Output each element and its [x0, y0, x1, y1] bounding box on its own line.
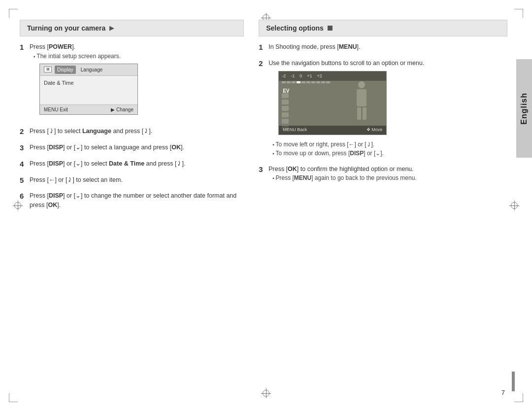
- ev-icon-4: [282, 112, 289, 117]
- ev-scale-label: -2 -1 0 +1 +2: [282, 73, 322, 80]
- step-content-3: Press [DISP] or [⌄] to select a language…: [30, 143, 244, 152]
- right-section-header: Selecting options: [259, 20, 507, 36]
- left-column: Turning on your camera ▶ 1 Press [POWER]…: [20, 20, 254, 217]
- cam-menu-items: Date & Time: [40, 76, 137, 105]
- right-step-3-text: Press [OK] to confirm the highlighted op…: [268, 165, 507, 174]
- right-step-num-2: 2: [259, 59, 268, 68]
- ev-icon-1: [282, 93, 289, 98]
- cam-language-label: Language: [81, 66, 103, 73]
- ev-bar-2: [287, 81, 291, 83]
- right-step-2: 2 Use the navigation buttons to scroll t…: [259, 59, 507, 158]
- left-section-body: 1 Press [POWER]. The intial setup screen…: [20, 36, 244, 210]
- right-step-2-sub2: To move up or down, press [DISP] or [⌄].: [272, 149, 507, 158]
- right-section-title: Selecting options: [266, 24, 324, 32]
- ev-bottom-bar: MENU Back ❖ Move: [279, 126, 386, 135]
- right-step-2-text: Use the navigation buttons to scroll to …: [268, 59, 507, 68]
- step-content-4: Press [DISP] or [⌄] to select Date & Tim…: [30, 159, 244, 169]
- step-5-text: Press [←] or [⤸] to select an item.: [30, 175, 244, 185]
- person-head: [358, 81, 365, 88]
- step-content-2: Press [⤸] to select Language and press […: [30, 127, 244, 136]
- cam-display-button: Display: [55, 66, 76, 74]
- right-column: Selecting options 1 In Shooting mode, pr…: [254, 20, 507, 217]
- ev-icon-2: [282, 100, 289, 104]
- left-section: Turning on your camera ▶ 1 Press [POWER]…: [20, 20, 244, 210]
- cam-grid-icon: ⊞: [44, 67, 52, 72]
- corner-mark-br: [514, 393, 523, 402]
- right-step-1-text: In Shooting mode, press [MENU].: [268, 42, 507, 52]
- cam-menu-exit: MENU Exit: [44, 106, 68, 113]
- right-step-num-1: 1: [259, 43, 268, 51]
- ev-bar-3: [292, 81, 296, 83]
- ev-icons: [282, 93, 289, 130]
- step-content-5: Press [←] or [⤸] to select an item.: [30, 175, 244, 185]
- right-step-content-2: Use the navigation buttons to scroll to …: [268, 59, 507, 158]
- right-step-1: 1 In Shooting mode, press [MENU].: [259, 42, 507, 52]
- page-line: [512, 372, 515, 391]
- person-silhouette: [352, 81, 371, 126]
- step-3-text: Press [DISP] or [⌄] to select a language…: [30, 143, 244, 152]
- ev-bar-8: [316, 81, 320, 83]
- step-2-text: Press [⤸] to select Language and press […: [30, 127, 244, 136]
- two-column-layout: Turning on your camera ▶ 1 Press [POWER]…: [20, 20, 507, 217]
- ev-top-bar: -2 -1 0 +1 +2: [279, 71, 386, 81]
- step-1-text: Press [POWER].: [30, 42, 244, 52]
- step-1: 1 Press [POWER]. The intial setup screen…: [20, 42, 244, 120]
- ev-bar-7: [311, 81, 315, 83]
- right-section: Selecting options 1 In Shooting mode, pr…: [259, 20, 507, 182]
- ev-bar-9: [321, 81, 325, 83]
- header-square-icon: [328, 26, 332, 31]
- right-step-content-3: Press [OK] to confirm the highlighted op…: [268, 165, 507, 183]
- ev-screen-mockup: -2 -1 0 +1 +2: [278, 71, 387, 135]
- ev-bar-5: [301, 81, 305, 83]
- person-body: [357, 89, 366, 106]
- header-arrow-icon: ▶: [109, 25, 114, 32]
- step-6-text: Press [DISP] or [⌄] to change the number…: [30, 191, 244, 210]
- ev-bar-4: [297, 81, 300, 83]
- step-num-5: 5: [20, 176, 30, 184]
- step-num-4: 4: [20, 160, 30, 168]
- step-2: 2 Press [⤸] to select Language and press…: [20, 127, 244, 136]
- ev-move-label: ❖ Move: [366, 127, 383, 134]
- corner-mark-tr: [514, 9, 523, 18]
- step-num-1: 1: [20, 43, 30, 51]
- step-4-text: Press [DISP] or [⌄] to select Date & Tim…: [30, 159, 244, 169]
- ev-icon-3: [282, 106, 289, 111]
- person-legs: [352, 107, 371, 120]
- cam-change-label: ▶ Change: [111, 106, 133, 113]
- language-tab: English: [516, 59, 532, 158]
- cam-bottom-bar: MENU Exit ▶ Change: [40, 104, 137, 114]
- ev-icon-5: [282, 119, 289, 124]
- step-num-3: 3: [20, 143, 30, 152]
- corner-mark-tl: [9, 9, 18, 18]
- ev-bar-10: [326, 81, 330, 83]
- step-5: 5 Press [←] or [⤸] to select an item.: [20, 175, 244, 185]
- right-section-body: 1 In Shooting mode, press [MENU]. 2 Use …: [259, 36, 507, 182]
- page-content: Turning on your camera ▶ 1 Press [POWER]…: [20, 20, 507, 391]
- person-leg-left: [357, 107, 361, 120]
- ev-bar-1: [282, 81, 286, 83]
- step-3: 3 Press [DISP] or [⌄] to select a langua…: [20, 143, 244, 152]
- person-leg-right: [363, 107, 366, 120]
- left-section-header: Turning on your camera ▶: [20, 20, 244, 36]
- right-step-3: 3 Press [OK] to confirm the highlighted …: [259, 165, 507, 183]
- right-step-3-sub: Press [MENU] again to go back to the pre…: [272, 173, 507, 182]
- camera-screen-mockup: ⊞ Display Language Date & Time MENU Exit: [39, 64, 138, 115]
- right-step-num-3: 3: [259, 165, 268, 173]
- compass-right: [509, 201, 519, 210]
- step-4: 4 Press [DISP] or [⌄] to select Date & T…: [20, 159, 244, 169]
- step-num-2: 2: [20, 127, 30, 136]
- step-content-6: Press [DISP] or [⌄] to change the number…: [30, 191, 244, 210]
- ev-bar-6: [306, 81, 310, 83]
- right-step-2-sub1: To move left or right, press [←] or [⤸].: [272, 140, 507, 149]
- corner-mark-bl: [9, 393, 18, 402]
- right-step-content-1: In Shooting mode, press [MENU].: [268, 42, 507, 52]
- ev-menu-back: MENU Back: [283, 127, 307, 134]
- left-section-title: Turning on your camera: [27, 24, 105, 32]
- step-1-sub: The intial setup screen appears.: [33, 52, 244, 61]
- step-content-1: Press [POWER]. The intial setup screen a…: [30, 42, 244, 120]
- cam-spacer: [44, 88, 133, 103]
- step-6: 6 Press [DISP] or [⌄] to change the numb…: [20, 191, 244, 210]
- step-num-6: 6: [20, 192, 30, 200]
- cam-top-bar: ⊞ Display Language: [40, 64, 137, 76]
- cam-menu-item-datetime: Date & Time: [44, 78, 133, 88]
